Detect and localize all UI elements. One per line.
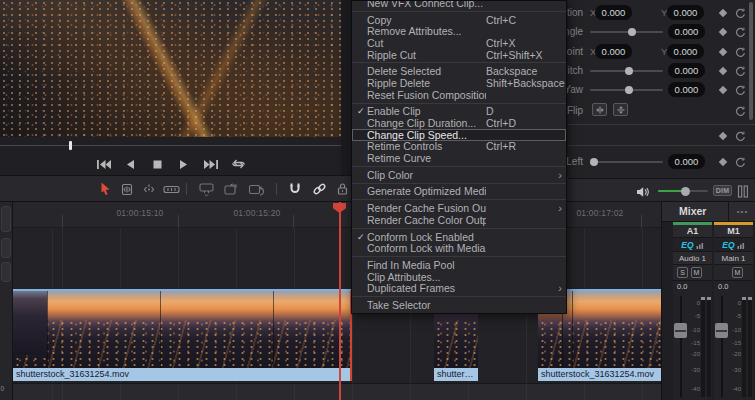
- linked-selection-icon[interactable]: [310, 181, 328, 197]
- blade-edit-mode-icon[interactable]: [162, 181, 180, 197]
- flip-horizontal-button[interactable]: [592, 103, 607, 116]
- go-to-start-button[interactable]: [94, 158, 112, 171]
- timeline-clip[interactable]: shutterstock_31631254.mov: [13, 289, 352, 381]
- menu-item[interactable]: Render Cache Fusion Output ›: [352, 202, 566, 214]
- menu-item[interactable]: New VFX Connect Clip...: [352, 0, 566, 9]
- menu-item[interactable]: Find In Media Pool: [352, 259, 566, 271]
- menu-item[interactable]: Remove Attributes...: [352, 25, 566, 37]
- menu-item[interactable]: [352, 197, 566, 202]
- track-header-strip[interactable]: 1.0: [0, 202, 13, 400]
- menu-item[interactable]: Clip Color ›: [352, 169, 566, 181]
- menu-item[interactable]: [352, 294, 566, 299]
- menu-item[interactable]: Conform Lock with Media Pool Clip: [352, 242, 566, 254]
- position-x-field[interactable]: 0.000: [595, 5, 632, 20]
- position-y-field[interactable]: 0.000: [667, 5, 704, 20]
- menu-item[interactable]: Copy Ctrl+C: [352, 14, 566, 26]
- crop-left-slider[interactable]: [593, 161, 663, 163]
- dynamic-trim-mode-icon[interactable]: [140, 181, 158, 197]
- menu-item[interactable]: Ripple Cut Ctrl+Shift+X: [352, 49, 566, 61]
- track-header-button[interactable]: [1, 238, 11, 258]
- position-lock-icon[interactable]: [333, 181, 351, 197]
- mixer-options-icon[interactable]: •••: [728, 202, 755, 222]
- fader-handle[interactable]: [715, 323, 728, 338]
- menu-item[interactable]: [352, 181, 566, 186]
- menu-item[interactable]: [352, 254, 566, 259]
- dim-button[interactable]: DIM: [713, 185, 732, 196]
- snapping-magnet-icon[interactable]: [286, 181, 304, 197]
- keyframe-icon[interactable]: [719, 86, 727, 94]
- reset-icon[interactable]: [734, 83, 747, 96]
- crop-left-slider-handle[interactable]: [590, 158, 598, 166]
- overwrite-clip-icon[interactable]: [222, 181, 240, 197]
- menu-item[interactable]: Clip Attributes...: [352, 271, 566, 283]
- keyframe-icon[interactable]: [719, 67, 727, 75]
- play-reverse-button[interactable]: [121, 158, 139, 171]
- menu-item[interactable]: Change Clip Duration... Ctrl+D: [352, 117, 566, 129]
- angle-field[interactable]: 0.000: [668, 24, 705, 39]
- channel-eq[interactable]: EQ: [673, 238, 712, 252]
- mute-button[interactable]: M: [732, 267, 743, 278]
- crop-left-field[interactable]: 0.000: [668, 154, 705, 169]
- menu-item[interactable]: [352, 60, 566, 65]
- playhead-line[interactable]: [339, 202, 341, 400]
- menu-item[interactable]: [352, 226, 566, 231]
- track-header-button[interactable]: [1, 206, 11, 232]
- reset-icon[interactable]: [734, 25, 747, 38]
- menu-item[interactable]: [352, 9, 566, 14]
- meters-icon[interactable]: [737, 184, 749, 202]
- keyframe-icon[interactable]: [719, 158, 727, 166]
- trim-edit-mode-icon[interactable]: [118, 181, 136, 197]
- menu-item[interactable]: Retime Controls Ctrl+R: [352, 141, 566, 153]
- angle-slider-handle[interactable]: [628, 28, 636, 36]
- channel-eq[interactable]: EQ: [714, 238, 753, 252]
- play-button[interactable]: [175, 158, 193, 171]
- menu-item[interactable]: ✓ Conform Lock Enabled: [352, 231, 566, 243]
- menu-item[interactable]: Change Clip Speed...: [352, 129, 566, 141]
- flip-vertical-button[interactable]: [613, 103, 628, 116]
- mute-button[interactable]: M: [691, 267, 702, 278]
- scrubber-playhead[interactable]: [69, 141, 72, 150]
- pitch-field[interactable]: 0.000: [668, 63, 705, 78]
- menu-item[interactable]: Reset Fusion Composition...: [352, 89, 566, 101]
- angle-slider[interactable]: [590, 31, 663, 33]
- menu-item[interactable]: Cut Ctrl+X: [352, 37, 566, 49]
- menu-item[interactable]: Delete Selected Backspace: [352, 65, 566, 77]
- speaker-icon[interactable]: [636, 184, 649, 202]
- keyframe-icon[interactable]: [719, 48, 727, 56]
- menu-item[interactable]: Retime Curve: [352, 152, 566, 164]
- inspector-scrollbar[interactable]: [749, 2, 753, 120]
- menu-item[interactable]: ✓ Enable Clip D: [352, 106, 566, 118]
- menu-item[interactable]: Take Selector: [352, 299, 566, 311]
- menu-item[interactable]: [352, 101, 566, 106]
- solo-button[interactable]: S: [677, 267, 688, 278]
- reset-icon[interactable]: [734, 104, 747, 117]
- pitch-slider-handle[interactable]: [625, 67, 633, 75]
- fader-handle[interactable]: [674, 323, 687, 338]
- reset-icon[interactable]: [734, 129, 747, 142]
- viewer-scrubber[interactable]: [0, 137, 341, 153]
- yaw-field[interactable]: 0.000: [668, 82, 705, 97]
- reset-icon[interactable]: [734, 45, 747, 58]
- anchor-x-field[interactable]: 0.000: [595, 44, 632, 59]
- volume-slider-handle[interactable]: [681, 187, 690, 196]
- menu-item[interactable]: Generate Optimized Media: [352, 186, 566, 198]
- stop-button[interactable]: [148, 158, 166, 171]
- yaw-slider-handle[interactable]: [625, 86, 633, 94]
- keyframe-icon[interactable]: [719, 132, 727, 140]
- replace-clip-icon[interactable]: [248, 181, 266, 197]
- menu-item[interactable]: Ripple Delete Shift+Backspace: [352, 77, 566, 89]
- selection-mode-icon[interactable]: [96, 181, 114, 197]
- menu-item[interactable]: Duplicated Frames ›: [352, 282, 566, 294]
- reset-icon[interactable]: [734, 64, 747, 77]
- keyframe-icon[interactable]: [719, 28, 727, 36]
- anchor-y-field[interactable]: 0.000: [667, 44, 704, 59]
- insert-clip-icon[interactable]: [197, 181, 215, 197]
- track-header-button[interactable]: [1, 262, 11, 282]
- audio-track-area[interactable]: [13, 383, 661, 400]
- go-to-end-button[interactable]: [202, 158, 220, 171]
- reset-icon[interactable]: [734, 6, 747, 19]
- menu-item[interactable]: Render Cache Color Output: [352, 214, 566, 226]
- reset-icon[interactable]: [734, 155, 747, 168]
- menu-item[interactable]: [352, 164, 566, 169]
- keyframe-icon[interactable]: [719, 9, 727, 17]
